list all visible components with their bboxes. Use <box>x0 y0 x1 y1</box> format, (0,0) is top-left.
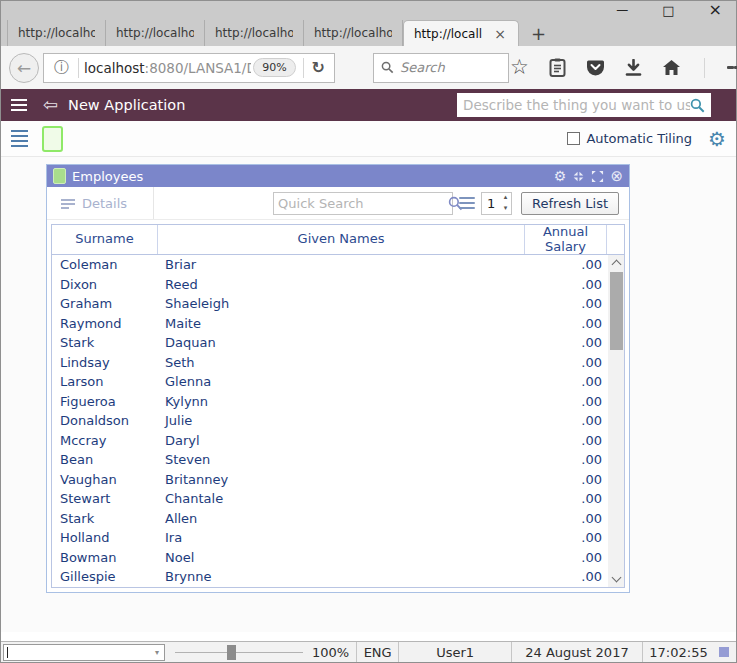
cell-surname: Bowman <box>52 550 158 565</box>
home-icon[interactable] <box>661 57 682 78</box>
status-bar: ▾ 100% ENG User1 24 August 2017 17:02:55 <box>1 641 736 662</box>
table-row[interactable]: Lindsay Seth .00 <box>52 353 624 373</box>
refresh-list-button[interactable]: Refresh List <box>521 192 619 215</box>
cell-annual-salary: .00 <box>525 257 607 272</box>
reload-icon[interactable]: ↻ <box>312 58 325 77</box>
tab-2[interactable]: http://localhost <box>106 20 205 46</box>
table-row[interactable]: Bean Steven .00 <box>52 450 624 470</box>
table-row[interactable]: Stark Allen .00 <box>52 509 624 529</box>
cell-annual-salary: .00 <box>525 374 607 389</box>
table-row[interactable]: Raymond Maite .00 <box>52 314 624 334</box>
tab-4[interactable]: http://localhost <box>304 20 403 46</box>
new-tab-button[interactable]: + <box>519 23 558 46</box>
scroll-down-icon[interactable] <box>608 572 624 587</box>
os-titlebar: — □ × <box>1 1 736 19</box>
page-zoom-badge[interactable]: 90% <box>253 58 295 77</box>
browser-search-input[interactable] <box>400 60 490 75</box>
table-row[interactable]: Holland Ira .00 <box>52 528 624 548</box>
details-button[interactable]: Details <box>47 187 154 219</box>
settings-gear-icon[interactable]: ⚙ <box>708 129 726 149</box>
column-header-surname[interactable]: Surname <box>52 225 158 254</box>
bookmark-star-icon[interactable]: ☆ <box>509 57 530 78</box>
cell-surname: Donaldson <box>52 413 158 428</box>
cell-annual-salary: .00 <box>525 569 607 584</box>
table-row[interactable]: Coleman Briar .00 <box>52 255 624 275</box>
table-row[interactable]: Vaughan Britanney .00 <box>52 470 624 490</box>
site-info-icon[interactable]: ⓘ <box>54 58 69 77</box>
cell-annual-salary: .00 <box>525 433 607 448</box>
employees-titlebar[interactable]: Employees ⚙ ⊗ <box>47 165 629 187</box>
table-row[interactable]: Mccray Daryl .00 <box>52 431 624 451</box>
spinner-down-icon[interactable]: ▾ <box>500 203 511 214</box>
table-row[interactable]: Gillespie Brynne .00 <box>52 567 624 587</box>
back-button[interactable]: ← <box>9 53 39 83</box>
cell-surname: Stewart <box>52 491 158 506</box>
cell-annual-salary: .00 <box>525 355 607 370</box>
scroll-up-icon[interactable] <box>608 255 624 270</box>
tab-active[interactable]: http://locall × <box>403 20 519 46</box>
browser-search-box[interactable] <box>373 53 509 83</box>
app-back-icon[interactable]: ⇦ <box>43 96 58 114</box>
column-header-annual-salary[interactable]: Annual Salary <box>525 225 607 254</box>
restore-arrows-icon[interactable] <box>572 170 585 183</box>
slider-handle[interactable] <box>227 645 236 660</box>
combobox-dropdown-icon[interactable]: ▾ <box>150 648 164 657</box>
url-bar[interactable]: ⓘ localhost:8080/LANSA1/DEM/UI 90% ↻ <box>43 53 335 83</box>
tab-1[interactable]: http://localhost <box>7 20 106 46</box>
cell-given-names: Ira <box>158 530 525 545</box>
status-combobox[interactable]: ▾ <box>3 644 165 661</box>
table-row[interactable]: Donaldson Julie .00 <box>52 411 624 431</box>
window-close-icon[interactable]: ⊗ <box>610 169 623 184</box>
table-row[interactable]: Dixon Reed .00 <box>52 275 624 295</box>
spinner-up-icon[interactable]: ▴ <box>500 193 511 204</box>
window-settings-icon[interactable]: ⚙ <box>554 169 567 183</box>
close-button[interactable]: × <box>709 2 722 18</box>
cell-surname: Vaughan <box>52 472 158 487</box>
automatic-tiling-checkbox[interactable] <box>567 132 580 145</box>
reading-list-icon[interactable] <box>547 57 568 78</box>
table-row[interactable]: Figueroa Kylynn .00 <box>52 392 624 412</box>
maximize-arrows-icon[interactable] <box>591 170 604 183</box>
nav-icon-group: ☆ <box>509 57 737 78</box>
download-icon[interactable] <box>623 57 644 78</box>
table-header: Surname Given Names Annual Salary <box>51 224 625 255</box>
app-toolbar: Automatic Tiling ⚙ <box>1 121 736 157</box>
app-search-box[interactable] <box>457 93 711 117</box>
quick-search-box[interactable] <box>273 192 453 215</box>
text-caret <box>7 647 8 658</box>
table-row[interactable]: Bowman Noel .00 <box>52 548 624 568</box>
pocket-icon[interactable] <box>585 57 606 78</box>
status-gap <box>1 632 736 641</box>
menu-icon[interactable] <box>727 57 737 78</box>
tab-label: http://localhost <box>215 26 293 40</box>
cell-annual-salary: .00 <box>525 491 607 506</box>
search-icon <box>690 98 705 113</box>
vertical-scrollbar[interactable] <box>608 255 624 587</box>
table-row[interactable]: Stewart Chantale .00 <box>52 489 624 509</box>
tab-close-icon[interactable]: × <box>492 26 508 42</box>
quick-search-input[interactable] <box>278 196 448 211</box>
scrollbar-thumb[interactable] <box>610 272 623 350</box>
cell-annual-salary: .00 <box>525 452 607 467</box>
app-menu-icon[interactable] <box>11 96 27 114</box>
cell-surname: Dixon <box>52 277 158 292</box>
page-number-value[interactable]: 1 <box>482 193 500 214</box>
table-row[interactable]: Graham Shaeleigh .00 <box>52 294 624 314</box>
divider <box>78 58 79 78</box>
maximize-button[interactable]: □ <box>662 4 674 17</box>
rows-icon[interactable] <box>459 197 475 210</box>
column-header-given-names[interactable]: Given Names <box>158 225 525 254</box>
details-label: Details <box>82 196 127 211</box>
app-search-input[interactable] <box>463 97 690 113</box>
tab-3[interactable]: http://localhost <box>205 20 304 46</box>
zoom-slider[interactable] <box>175 642 303 662</box>
cell-annual-salary: .00 <box>525 530 607 545</box>
table-row[interactable]: Larson Glenna .00 <box>52 372 624 392</box>
document-icon[interactable] <box>42 126 63 152</box>
cell-given-names: Chantale <box>158 491 525 506</box>
divider <box>704 58 705 78</box>
list-view-icon[interactable] <box>11 127 28 150</box>
table-row[interactable]: Stark Daquan .00 <box>52 333 624 353</box>
minimize-button[interactable]: — <box>616 4 628 16</box>
cell-surname: Graham <box>52 296 158 311</box>
